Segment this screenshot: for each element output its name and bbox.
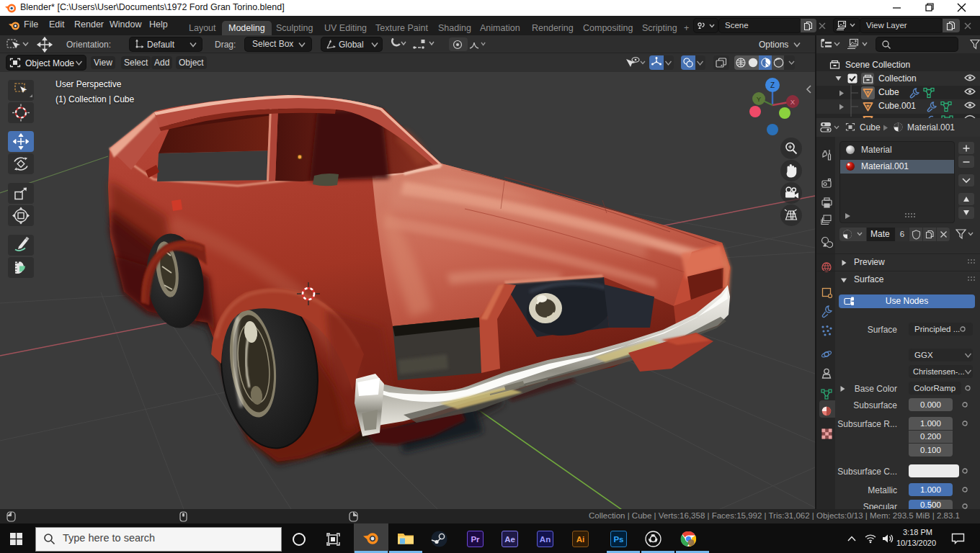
svg-text:Y: Y (757, 95, 762, 103)
svg-text:Z: Z (770, 81, 775, 89)
svg-text:X: X (790, 98, 796, 106)
